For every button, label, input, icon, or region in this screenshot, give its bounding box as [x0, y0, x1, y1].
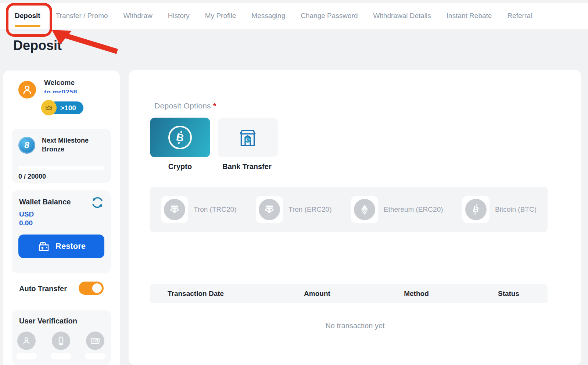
deposit-option-bank-transfer[interactable]: $ [218, 118, 278, 157]
milestone-level: Bronze [42, 145, 89, 154]
milestone-coin-icon: 8 [18, 137, 35, 154]
crypto-option-label: Crypto [143, 162, 217, 171]
user-avatar-icon [18, 81, 36, 99]
crypto-method-label: Tron (TRC20) [194, 205, 236, 214]
milestone-progress-text: 0 / 20000 [18, 173, 46, 180]
tether-icon [263, 203, 276, 216]
crypto-method-tron-trc20-[interactable]: Tron (TRC20) [161, 196, 236, 223]
table-header-amount: Amount [271, 290, 363, 298]
bank-icon: $ [236, 126, 259, 149]
id-card-verification-icon[interactable] [86, 332, 104, 350]
wallet-card: Wallet Balance USD 0.00 $ Restore [12, 190, 111, 273]
crypto-method-label: Bitcoin (BTC) [495, 205, 537, 214]
auto-transfer-label: Auto Transfer [19, 285, 67, 293]
refresh-icon[interactable] [90, 196, 104, 210]
crown-icon [41, 100, 57, 115]
main-panel: Deposit Options* B $ Crypto Bank Transfe… [129, 70, 581, 365]
table-header-status: Status [470, 290, 548, 298]
crypto-method-tron-erc20-[interactable]: Tron (ERC20) [256, 196, 332, 223]
verification-label-placeholder [16, 353, 37, 359]
deposit-options-title: Deposit Options* [154, 101, 216, 110]
welcome-text: Welcome [44, 79, 75, 87]
welcome-username: to mr0258 [44, 88, 77, 93]
wallet-icon: $ [37, 240, 50, 253]
restore-label: Restore [55, 241, 86, 251]
svg-text:$: $ [247, 137, 249, 142]
deposit-option-crypto[interactable]: B [150, 118, 210, 157]
crypto-method-label: Ethereum (ERC20) [384, 205, 443, 214]
bitcoin-icon: B [469, 203, 483, 216]
nav-tab-messaging[interactable]: Messaging [251, 3, 285, 29]
nav-tab-change-password[interactable]: Change Password [301, 3, 358, 29]
nav-tab-deposit[interactable]: Deposit [15, 3, 40, 29]
wallet-currency: USD [19, 210, 34, 218]
bitcoin-circle-icon: B [168, 126, 192, 149]
table-header-transaction-date: Transaction Date [150, 290, 271, 298]
milestone-card: 8 Next Milestone Bronze 0 / 20000 [12, 129, 111, 183]
nav-tab-withdraw[interactable]: Withdraw [123, 3, 153, 29]
identity-verification-icon[interactable] [17, 332, 36, 350]
crypto-method-bitcoin-btc-[interactable]: B Bitcoin (BTC) [462, 196, 537, 223]
tether-icon [168, 203, 181, 216]
top-navigation: Deposit Transfer / Promo Withdraw Histor… [0, 3, 588, 29]
milestone-title: Next Milestone [42, 136, 89, 145]
bank-option-label: Bank Transfer [210, 162, 284, 171]
nav-tab-withdrawal-details[interactable]: Withdrawal Details [373, 3, 431, 29]
crypto-methods-row: Tron (TRC20) Tron (ERC20) Ethereum (ERC2… [150, 187, 548, 232]
nav-tab-transfer-promo[interactable]: Transfer / Promo [56, 3, 108, 29]
restore-button[interactable]: $ Restore [18, 235, 104, 258]
nav-tab-history[interactable]: History [168, 3, 190, 29]
wallet-balance-title: Wallet Balance [19, 198, 71, 206]
svg-text:$: $ [42, 241, 44, 244]
table-header-method: Method [363, 290, 470, 298]
svg-text:B: B [472, 204, 480, 215]
empty-transactions-message: No transaction yet [129, 322, 581, 330]
milestone-progress-bar [18, 166, 104, 170]
nav-tab-referral[interactable]: Referral [507, 3, 532, 29]
sidebar: Welcome to mr0258 >100 8 Next Milestone … [3, 71, 120, 365]
level-badge: >100 [41, 100, 83, 115]
page-title: Deposit [13, 38, 62, 53]
transactions-table-header: Transaction DateAmountMethodStatus [150, 284, 548, 303]
verification-label-placeholder [51, 353, 71, 359]
user-verification-title: User Verification [19, 317, 77, 325]
user-verification-card: User Verification [12, 310, 111, 365]
phone-verification-icon[interactable] [52, 332, 70, 350]
crypto-method-ethereum-erc20-[interactable]: Ethereum (ERC20) [351, 196, 443, 223]
crypto-method-label: Tron (ERC20) [288, 205, 332, 214]
verification-label-placeholder [85, 353, 105, 359]
required-asterisk: * [213, 101, 216, 110]
wallet-amount: 0.00 [19, 219, 33, 227]
toggle-knob [91, 282, 103, 294]
ethereum-icon [358, 203, 371, 216]
auto-transfer-toggle[interactable] [79, 282, 104, 295]
nav-tab-instant-rebate[interactable]: Instant Rebate [447, 3, 492, 29]
nav-tab-my-profile[interactable]: My Profile [205, 3, 236, 29]
svg-text:B: B [175, 131, 185, 144]
